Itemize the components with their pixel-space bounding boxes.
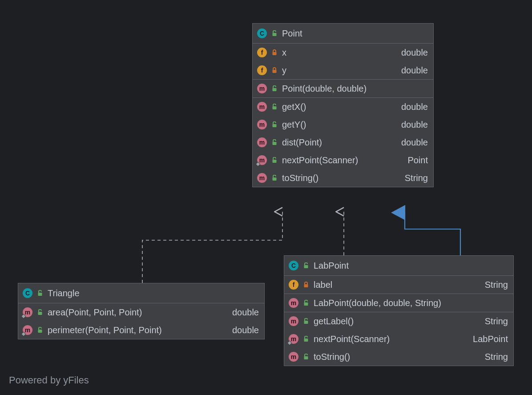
method-type: String [485, 352, 508, 362]
svg-rect-6 [273, 142, 277, 145]
method-sig: perimeter(Point, Point, Point) [48, 325, 228, 335]
public-icon [303, 262, 309, 269]
method-row: m getLabel() String [284, 312, 513, 330]
svg-rect-16 [304, 339, 308, 342]
class-box-point[interactable]: C Point f x double f y [252, 23, 434, 187]
class-icon: C [289, 261, 298, 270]
svg-rect-0 [273, 33, 277, 36]
method-icon: m [289, 316, 298, 326]
method-row: m getX() double [253, 98, 433, 116]
field-name: label [314, 280, 480, 290]
static-marker-icon [255, 161, 260, 166]
public-icon [271, 139, 278, 145]
public-icon [303, 300, 309, 306]
class-header-row: C Point [253, 24, 433, 43]
constructors-section: m Point(double, double) [253, 79, 433, 97]
field-row: f label String [284, 276, 513, 294]
method-row: m toString() String [284, 348, 513, 366]
method-row: m nextPoint(Scanner) Point [253, 151, 433, 169]
field-icon: f [257, 48, 267, 57]
method-icon: m [289, 298, 298, 308]
method-row: m area(Point, Point, Point) double [18, 303, 264, 321]
diagram-canvas: C Point f x double f y [0, 0, 532, 395]
method-type: double [232, 325, 259, 335]
method-row: m dist(Point) double [253, 133, 433, 151]
constructor-row: m LabPoint(double, double, String) [284, 294, 513, 312]
class-name: LabPoint [314, 261, 508, 271]
field-icon: f [289, 280, 298, 290]
svg-rect-12 [304, 265, 308, 268]
class-box-triangle[interactable]: C Triangle m area(Point, Point, Point) d… [18, 283, 265, 339]
svg-rect-1 [273, 52, 277, 55]
method-sig: nextPoint(Scanner) [314, 334, 468, 344]
method-row: m nextPoint(Scanner) LabPoint [284, 330, 513, 348]
method-icon: m [257, 120, 267, 129]
svg-rect-7 [273, 160, 277, 163]
method-type: String [405, 173, 428, 183]
fields-section: f x double f y double [253, 43, 433, 79]
public-icon [271, 121, 278, 128]
class-box-labpoint[interactable]: C LabPoint f label String m [284, 255, 514, 366]
footer-credit: Powered by yFiles [9, 375, 89, 386]
method-sig: toString() [282, 173, 400, 183]
private-icon [271, 49, 278, 56]
method-sig: getLabel() [314, 316, 480, 326]
method-icon: m [289, 352, 298, 362]
method-icon: m [257, 137, 267, 147]
method-sig: getY() [282, 120, 397, 130]
constructor-row: m Point(double, double) [253, 80, 433, 97]
method-type: double [401, 137, 428, 148]
method-type: Point [407, 155, 428, 165]
private-icon [271, 67, 278, 73]
svg-rect-10 [38, 312, 42, 315]
public-icon [37, 327, 43, 333]
constructor-sig: Point(double, double) [282, 84, 428, 94]
svg-rect-3 [273, 88, 277, 91]
constructor-sig: LabPoint(double, double, String) [314, 298, 508, 308]
method-row: m toString() String [253, 169, 433, 187]
svg-rect-8 [273, 177, 277, 181]
field-name: y [282, 65, 397, 76]
public-icon [271, 157, 278, 163]
public-icon [37, 290, 43, 296]
class-icon: C [257, 28, 267, 38]
methods-section: m area(Point, Point, Point) double m per… [18, 303, 264, 339]
method-icon: m [257, 102, 267, 112]
public-icon [37, 309, 43, 315]
private-icon [303, 282, 309, 288]
public-icon [271, 30, 278, 36]
svg-rect-14 [304, 302, 308, 306]
public-icon [271, 175, 278, 181]
static-marker-icon [21, 314, 26, 318]
svg-rect-17 [304, 356, 308, 359]
static-marker-icon [21, 331, 26, 336]
public-icon [303, 318, 309, 324]
method-type: double [232, 307, 259, 318]
svg-rect-2 [273, 70, 277, 73]
method-row: m getY() double [253, 116, 433, 133]
public-icon [303, 354, 309, 360]
class-icon: C [23, 288, 32, 298]
method-icon: m [23, 325, 32, 335]
edge-triangle-point [142, 212, 282, 283]
static-marker-icon [287, 340, 292, 345]
fields-section: f label String [284, 275, 513, 294]
method-sig: getX() [282, 102, 397, 112]
method-icon: m [23, 307, 32, 317]
constructors-section: m LabPoint(double, double, String) [284, 294, 513, 312]
method-type: double [401, 102, 428, 112]
field-type: double [401, 65, 428, 76]
field-icon: f [257, 65, 267, 75]
svg-rect-13 [304, 284, 308, 287]
methods-section: m getLabel() String m nextPoint(Scanner)… [284, 312, 513, 366]
class-header-section: C Point [253, 24, 433, 43]
field-row: f x double [253, 44, 433, 61]
method-icon: m [257, 173, 267, 183]
method-icon: m [289, 334, 298, 344]
method-sig: nextPoint(Scanner) [282, 155, 403, 165]
class-name: Triangle [48, 288, 259, 298]
public-icon [271, 85, 278, 92]
svg-rect-9 [38, 293, 42, 296]
method-type: String [485, 316, 508, 326]
edge-labpoint-point-inheritance [405, 213, 460, 255]
